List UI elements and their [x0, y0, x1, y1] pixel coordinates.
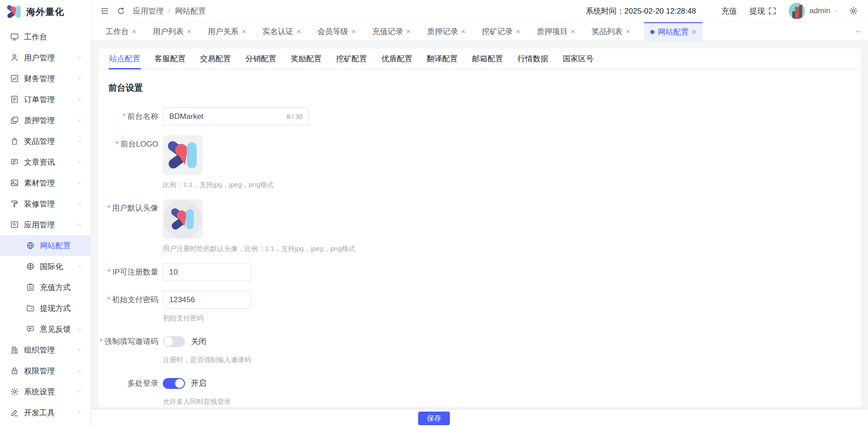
chevron-down-icon	[76, 388, 83, 395]
site-name-input[interactable]	[169, 112, 283, 121]
tab-member-level[interactable]: 会员等级×	[315, 22, 358, 40]
subtab-mining-config[interactable]: 挖矿配置	[335, 49, 368, 69]
sidebar-item-app-mgmt[interactable]: 应用管理	[0, 214, 91, 235]
sidebar-item-website-config[interactable]: 网站配置	[0, 235, 91, 256]
tab-user-relation[interactable]: 用户关系×	[205, 22, 249, 40]
switch-state-label: 开启	[191, 378, 206, 388]
save-button[interactable]: 保存	[418, 412, 450, 425]
avatar[interactable]	[789, 3, 805, 19]
tab-prize-list[interactable]: 奖品列表×	[589, 22, 632, 40]
close-icon[interactable]: ×	[242, 28, 246, 35]
sidebar-item-i18n[interactable]: 国际化	[0, 256, 91, 277]
sidebar-item-org-mgmt[interactable]: 组织管理	[0, 339, 91, 360]
field-control: 初始支付密码	[163, 291, 251, 323]
close-icon[interactable]: ×	[692, 28, 696, 36]
tab-workbench[interactable]: 工作台×	[103, 22, 139, 40]
close-icon[interactable]: ×	[351, 28, 356, 35]
breadcrumb-item[interactable]: 应用管理	[133, 6, 164, 16]
tab-real-name[interactable]: 实名认证×	[260, 22, 303, 40]
fullscreen-icon[interactable]	[768, 6, 777, 15]
subtab-country-code[interactable]: 国家区号	[562, 49, 595, 69]
close-icon[interactable]: ×	[406, 28, 411, 35]
default-avatar-upload[interactable]	[163, 199, 203, 239]
refresh-icon[interactable]	[117, 6, 126, 15]
finance-icon	[10, 74, 19, 83]
recharge-button[interactable]: 充值	[722, 6, 737, 16]
sidebar-item-label: 开发工具	[24, 407, 55, 418]
subtab-youdun-config[interactable]: 优盾配置	[380, 49, 413, 69]
close-icon[interactable]: ×	[297, 28, 301, 35]
sidebar-item-label: 网站配置	[40, 240, 71, 251]
subtab-distribution-config[interactable]: 分销配置	[244, 49, 277, 69]
close-icon[interactable]: ×	[571, 28, 575, 35]
config-form: *前台名称8 / 30*前台LOGO比例：1:1，支持jpg，jpeg，png格…	[98, 108, 861, 406]
sidebar-item-label: 财务管理	[24, 74, 55, 84]
ip-register-limit-input[interactable]	[169, 268, 245, 277]
sidebar-item-decorate-mgmt[interactable]: 装修管理	[0, 193, 91, 214]
tab-label: 网站配置	[658, 27, 688, 37]
sidebar-item-label: 意见反馈	[40, 324, 71, 334]
sidebar-item-order-mgmt[interactable]: 订单管理	[0, 89, 91, 110]
field-label: *前台LOGO	[98, 135, 163, 189]
force-invite-code-switch[interactable]	[163, 336, 185, 347]
switch-state-label: 关闭	[191, 336, 206, 347]
tab-website-config[interactable]: 网站配置×	[644, 22, 702, 40]
tab-recharge-records[interactable]: 充值记录×	[370, 22, 413, 40]
recharge-icon	[26, 283, 35, 292]
chevron-down-icon	[76, 201, 83, 207]
init-pay-password-input[interactable]	[169, 295, 245, 304]
subtab-translate-config[interactable]: 翻译配置	[426, 49, 458, 69]
sidebar-item-pledge-mgmt[interactable]: 质押管理	[0, 110, 91, 131]
sidebar-item-prize-mgmt[interactable]: 奖品管理	[0, 131, 91, 152]
tab-label: 质押记录	[427, 26, 458, 37]
settings-icon	[10, 387, 19, 396]
form-row-ip-register-limit: *IP可注册数量	[98, 263, 861, 281]
breadcrumb-item[interactable]: 网站配置	[175, 6, 206, 16]
sidebar-item-finance-mgmt[interactable]: 财务管理	[0, 68, 91, 89]
chevron-down-icon	[76, 347, 83, 353]
multi-login-switch[interactable]	[163, 378, 185, 389]
monitor-icon	[10, 32, 19, 41]
sidebar-item-withdraw-method[interactable]: 提现方式	[0, 298, 91, 319]
switch-line: 关闭	[163, 333, 251, 350]
tab-pledge-projects[interactable]: 质押项目×	[535, 22, 578, 40]
subtab-trade-config[interactable]: 交易配置	[199, 49, 232, 69]
tab-pledge-records[interactable]: 质押记录×	[425, 22, 468, 40]
sidebar-item-permission-mgmt[interactable]: 权限管理	[0, 360, 91, 381]
sidebar-item-feedback[interactable]: 意见反馈	[0, 319, 91, 339]
sidebar: 海外量化 工作台用户管理财务管理订单管理质押管理奖品管理文章资讯素材管理装修管理…	[0, 0, 91, 427]
gear-icon[interactable]	[849, 6, 858, 15]
subtab-reward-config[interactable]: 奖励配置	[290, 49, 322, 69]
devtools-icon	[10, 408, 19, 417]
sidebar-item-dev-tools[interactable]: 开发工具	[0, 402, 91, 423]
sidebar-item-system-settings[interactable]: 系统设置	[0, 381, 91, 402]
form-row-init-pay-password: *初始支付密码初始支付密码	[98, 291, 861, 323]
site-logo-upload[interactable]	[163, 135, 203, 175]
subtab-mailbox-config[interactable]: 邮箱配置	[471, 49, 504, 69]
org-icon	[10, 345, 19, 354]
subtab-service-config[interactable]: 客服配置	[154, 49, 186, 69]
sidebar-item-recharge-method[interactable]: 充值方式	[0, 277, 91, 298]
close-icon[interactable]: ×	[187, 28, 191, 35]
form-row-multi-login: 多处登录开启允许多人同时在线登录	[98, 374, 861, 406]
collapse-sidebar-icon[interactable]	[100, 6, 109, 15]
sidebar-item-article-news[interactable]: 文章资讯	[0, 152, 91, 172]
field-hint: 允许多人同时在线登录	[163, 398, 231, 406]
tab-mining-records[interactable]: 挖矿记录×	[480, 22, 523, 40]
tabs-more-dropdown[interactable]	[847, 22, 868, 40]
close-icon[interactable]: ×	[132, 28, 137, 35]
close-icon[interactable]: ×	[625, 28, 630, 35]
sidebar-item-material-mgmt[interactable]: 素材管理	[0, 172, 91, 193]
subtab-site-config[interactable]: 站点配置	[108, 49, 141, 69]
withdraw-button[interactable]: 提现	[750, 6, 765, 16]
form-row-site-name: *前台名称8 / 30	[98, 108, 861, 125]
sidebar-item-workbench[interactable]: 工作台	[0, 26, 91, 47]
subtab-market-data[interactable]: 行情数据	[517, 49, 549, 69]
field-label: *前台名称	[98, 108, 163, 125]
sidebar-item-user-mgmt[interactable]: 用户管理	[0, 47, 91, 68]
close-icon[interactable]: ×	[516, 28, 521, 35]
app-window: 海外量化 工作台用户管理财务管理订单管理质押管理奖品管理文章资讯素材管理装修管理…	[0, 0, 868, 427]
tab-user-list[interactable]: 用户列表×	[151, 22, 194, 40]
close-icon[interactable]: ×	[461, 28, 466, 35]
user-menu[interactable]: admin	[809, 6, 839, 15]
